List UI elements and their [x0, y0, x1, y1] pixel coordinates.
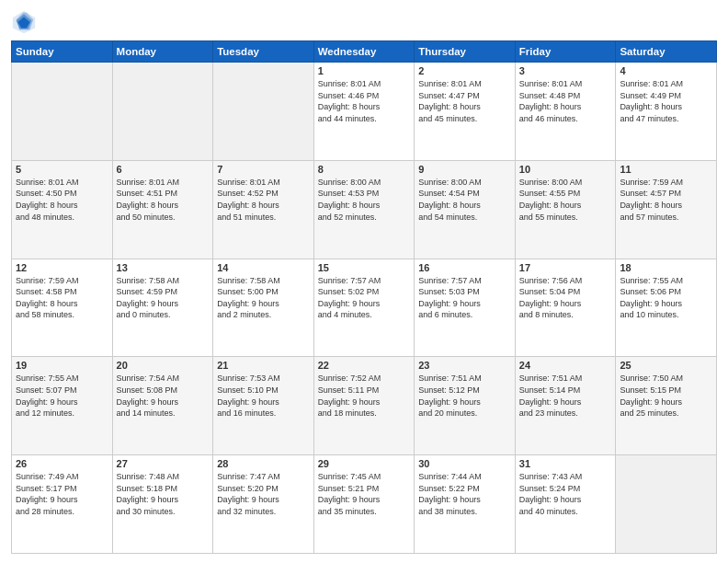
calendar-day: 6Sunrise: 8:01 AM Sunset: 4:51 PM Daylig…	[112, 160, 213, 259]
day-info: Sunrise: 7:56 AM Sunset: 5:04 PM Dayligh…	[519, 275, 612, 321]
day-info: Sunrise: 7:49 AM Sunset: 5:17 PM Dayligh…	[16, 471, 108, 517]
day-info: Sunrise: 7:58 AM Sunset: 5:00 PM Dayligh…	[217, 275, 310, 321]
day-number: 20	[117, 360, 210, 371]
day-number: 31	[519, 458, 612, 469]
header	[11, 9, 717, 35]
calendar-day: 2Sunrise: 8:01 AM Sunset: 4:47 PM Daylig…	[415, 63, 516, 161]
logo-icon	[11, 9, 37, 35]
calendar-day: 24Sunrise: 7:51 AM Sunset: 5:14 PM Dayli…	[515, 357, 616, 455]
calendar-day: 7Sunrise: 8:01 AM Sunset: 4:52 PM Daylig…	[213, 160, 314, 259]
calendar-day: 17Sunrise: 7:56 AM Sunset: 5:04 PM Dayli…	[515, 259, 616, 357]
day-info: Sunrise: 7:50 AM Sunset: 5:15 PM Dayligh…	[620, 373, 712, 419]
calendar-week-row: 1Sunrise: 8:01 AM Sunset: 4:46 PM Daylig…	[12, 63, 717, 161]
day-info: Sunrise: 7:47 AM Sunset: 5:20 PM Dayligh…	[217, 471, 310, 517]
day-number: 25	[620, 360, 712, 371]
day-info: Sunrise: 8:01 AM Sunset: 4:50 PM Dayligh…	[16, 177, 108, 223]
day-info: Sunrise: 7:48 AM Sunset: 5:18 PM Dayligh…	[117, 471, 210, 517]
calendar-day: 31Sunrise: 7:43 AM Sunset: 5:24 PM Dayli…	[515, 455, 616, 554]
calendar-day: 19Sunrise: 7:55 AM Sunset: 5:07 PM Dayli…	[12, 357, 113, 455]
calendar-day	[213, 63, 314, 161]
day-number: 23	[418, 360, 511, 371]
day-number: 16	[418, 262, 511, 273]
day-number: 7	[217, 164, 310, 175]
calendar-day	[12, 63, 113, 161]
calendar-day: 12Sunrise: 7:59 AM Sunset: 4:58 PM Dayli…	[12, 259, 113, 357]
calendar-day: 11Sunrise: 7:59 AM Sunset: 4:57 PM Dayli…	[616, 160, 717, 259]
day-number: 19	[16, 360, 108, 371]
day-number: 8	[318, 164, 411, 175]
day-header: Sunday	[12, 41, 113, 63]
day-number: 3	[519, 65, 612, 76]
day-number: 26	[16, 458, 108, 469]
day-info: Sunrise: 7:58 AM Sunset: 4:59 PM Dayligh…	[117, 275, 210, 321]
day-info: Sunrise: 8:01 AM Sunset: 4:49 PM Dayligh…	[620, 78, 712, 124]
day-info: Sunrise: 7:55 AM Sunset: 5:07 PM Dayligh…	[16, 373, 108, 419]
day-info: Sunrise: 7:52 AM Sunset: 5:11 PM Dayligh…	[318, 373, 411, 419]
calendar-day: 27Sunrise: 7:48 AM Sunset: 5:18 PM Dayli…	[112, 455, 213, 554]
day-number: 28	[217, 458, 310, 469]
day-number: 12	[16, 262, 108, 273]
day-info: Sunrise: 8:00 AM Sunset: 4:53 PM Dayligh…	[318, 177, 411, 223]
calendar-day: 22Sunrise: 7:52 AM Sunset: 5:11 PM Dayli…	[313, 357, 415, 455]
calendar-day: 9Sunrise: 8:00 AM Sunset: 4:54 PM Daylig…	[415, 160, 516, 259]
day-header: Thursday	[415, 41, 516, 63]
day-number: 13	[117, 262, 210, 273]
day-info: Sunrise: 7:51 AM Sunset: 5:12 PM Dayligh…	[418, 373, 511, 419]
logo	[11, 9, 40, 35]
day-info: Sunrise: 7:57 AM Sunset: 5:02 PM Dayligh…	[318, 275, 411, 321]
calendar-day	[112, 63, 213, 161]
calendar-day: 29Sunrise: 7:45 AM Sunset: 5:21 PM Dayli…	[313, 455, 415, 554]
day-info: Sunrise: 7:53 AM Sunset: 5:10 PM Dayligh…	[217, 373, 310, 419]
calendar-day: 13Sunrise: 7:58 AM Sunset: 4:59 PM Dayli…	[112, 259, 213, 357]
day-number: 17	[519, 262, 612, 273]
day-number: 2	[418, 65, 511, 76]
day-info: Sunrise: 7:54 AM Sunset: 5:08 PM Dayligh…	[117, 373, 210, 419]
day-info: Sunrise: 7:55 AM Sunset: 5:06 PM Dayligh…	[620, 275, 712, 321]
calendar-day: 8Sunrise: 8:00 AM Sunset: 4:53 PM Daylig…	[313, 160, 415, 259]
calendar-header-row: SundayMondayTuesdayWednesdayThursdayFrid…	[12, 41, 717, 63]
calendar-day: 1Sunrise: 8:01 AM Sunset: 4:46 PM Daylig…	[313, 63, 415, 161]
calendar-day: 15Sunrise: 7:57 AM Sunset: 5:02 PM Dayli…	[313, 259, 415, 357]
day-number: 15	[318, 262, 411, 273]
day-number: 22	[318, 360, 411, 371]
day-number: 30	[418, 458, 511, 469]
day-header: Wednesday	[313, 41, 415, 63]
calendar-day	[616, 455, 717, 554]
day-number: 24	[519, 360, 612, 371]
calendar-day: 23Sunrise: 7:51 AM Sunset: 5:12 PM Dayli…	[415, 357, 516, 455]
calendar-day: 28Sunrise: 7:47 AM Sunset: 5:20 PM Dayli…	[213, 455, 314, 554]
calendar-week-row: 12Sunrise: 7:59 AM Sunset: 4:58 PM Dayli…	[12, 259, 717, 357]
calendar-day: 10Sunrise: 8:00 AM Sunset: 4:55 PM Dayli…	[515, 160, 616, 259]
day-number: 9	[418, 164, 511, 175]
day-info: Sunrise: 7:59 AM Sunset: 4:58 PM Dayligh…	[16, 275, 108, 321]
calendar-day: 5Sunrise: 8:01 AM Sunset: 4:50 PM Daylig…	[12, 160, 113, 259]
calendar-day: 25Sunrise: 7:50 AM Sunset: 5:15 PM Dayli…	[616, 357, 717, 455]
calendar-day: 18Sunrise: 7:55 AM Sunset: 5:06 PM Dayli…	[616, 259, 717, 357]
day-number: 21	[217, 360, 310, 371]
day-number: 6	[117, 164, 210, 175]
day-number: 11	[620, 164, 712, 175]
day-info: Sunrise: 8:01 AM Sunset: 4:46 PM Dayligh…	[318, 78, 411, 124]
day-number: 1	[318, 65, 411, 76]
calendar-day: 4Sunrise: 8:01 AM Sunset: 4:49 PM Daylig…	[616, 63, 717, 161]
calendar: SundayMondayTuesdayWednesdayThursdayFrid…	[11, 40, 717, 554]
day-header: Saturday	[616, 41, 717, 63]
calendar-day: 20Sunrise: 7:54 AM Sunset: 5:08 PM Dayli…	[112, 357, 213, 455]
day-header: Tuesday	[213, 41, 314, 63]
day-number: 10	[519, 164, 612, 175]
calendar-day: 14Sunrise: 7:58 AM Sunset: 5:00 PM Dayli…	[213, 259, 314, 357]
day-header: Friday	[515, 41, 616, 63]
calendar-day: 30Sunrise: 7:44 AM Sunset: 5:22 PM Dayli…	[415, 455, 516, 554]
calendar-day: 21Sunrise: 7:53 AM Sunset: 5:10 PM Dayli…	[213, 357, 314, 455]
calendar-day: 26Sunrise: 7:49 AM Sunset: 5:17 PM Dayli…	[12, 455, 113, 554]
day-info: Sunrise: 8:01 AM Sunset: 4:52 PM Dayligh…	[217, 177, 310, 223]
day-number: 14	[217, 262, 310, 273]
day-info: Sunrise: 8:01 AM Sunset: 4:48 PM Dayligh…	[519, 78, 612, 124]
day-info: Sunrise: 7:43 AM Sunset: 5:24 PM Dayligh…	[519, 471, 612, 517]
day-info: Sunrise: 8:00 AM Sunset: 4:55 PM Dayligh…	[519, 177, 612, 223]
day-number: 4	[620, 65, 712, 76]
day-info: Sunrise: 8:00 AM Sunset: 4:54 PM Dayligh…	[418, 177, 511, 223]
day-info: Sunrise: 7:45 AM Sunset: 5:21 PM Dayligh…	[318, 471, 411, 517]
day-number: 29	[318, 458, 411, 469]
calendar-week-row: 5Sunrise: 8:01 AM Sunset: 4:50 PM Daylig…	[12, 160, 717, 259]
